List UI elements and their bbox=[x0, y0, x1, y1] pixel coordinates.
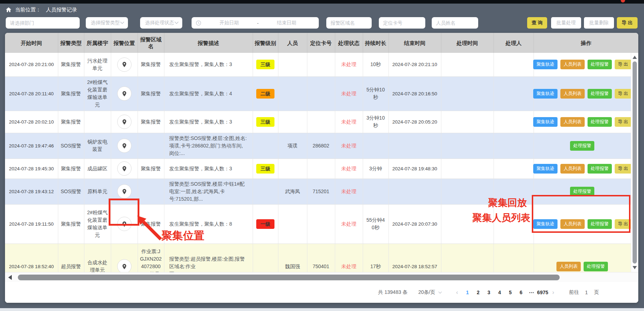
level-badge: 三级 bbox=[256, 60, 274, 69]
export-action-button[interactable]: 导 出 bbox=[615, 117, 631, 127]
cell-area-name: 聚集报警 bbox=[138, 159, 164, 179]
cell-area-name: 聚集报警 bbox=[138, 76, 164, 111]
start-date-input[interactable]: 开始日期 bbox=[201, 20, 257, 26]
page-button-4[interactable]: 4 bbox=[494, 290, 505, 295]
column-header-1: 报警类型 bbox=[58, 33, 84, 53]
cell-end-time bbox=[388, 133, 441, 159]
page-button-2[interactable]: 2 bbox=[473, 290, 484, 295]
alarm-type-placeholder: 选择报警类型 bbox=[91, 20, 120, 26]
table-row: 2024-07-28 19:45:30聚集报警成品罐区聚集报警发生聚集报警，聚集… bbox=[5, 159, 638, 179]
handle-action-button[interactable]: 处理报警 bbox=[588, 164, 612, 174]
cell-end-time: 2024-07-28 18:52:57 bbox=[388, 244, 441, 272]
cell-person bbox=[278, 111, 307, 133]
cell-actions: 聚集轨迹人员列表处理报警导 出 bbox=[534, 76, 638, 111]
location-icon-button[interactable] bbox=[117, 184, 132, 199]
goto-unit: 页 bbox=[594, 289, 599, 296]
alarm-type-select[interactable]: 选择报警类型 bbox=[86, 17, 128, 29]
location-icon-button[interactable] bbox=[117, 115, 132, 129]
column-header-2: 所属楼宇 bbox=[84, 33, 111, 53]
location-icon-button[interactable] bbox=[117, 259, 132, 272]
top-black-strip bbox=[0, 0, 644, 4]
handle-action-button[interactable]: 处理报警 bbox=[588, 60, 612, 69]
location-icon-button[interactable] bbox=[117, 139, 132, 153]
handle-status-placeholder: 选择处理状态 bbox=[145, 20, 174, 26]
location-pin-icon bbox=[122, 189, 127, 195]
person-list-action-button[interactable]: 人员列表 bbox=[560, 164, 585, 174]
cell-level: 二级 bbox=[253, 76, 278, 111]
column-header-10: 持续时长 bbox=[363, 33, 388, 53]
track-action-button[interactable]: 聚集轨迹 bbox=[533, 164, 558, 174]
cell-start-time: 2024-07-28 19:45:30 bbox=[5, 159, 58, 179]
table-row: 2024-07-28 20:02:10聚集报警聚集报警发生聚集报警，聚集人数：3… bbox=[5, 111, 638, 133]
annotation-label-replay: 聚集回放 bbox=[488, 196, 527, 209]
cell-location bbox=[111, 159, 138, 179]
batch-handle-button[interactable]: 批量处理 bbox=[551, 17, 581, 29]
cell-actions: 聚集轨迹人员列表处理报警导 出 bbox=[534, 159, 638, 179]
cell-area-name bbox=[138, 133, 164, 159]
page-button-1[interactable]: 1 bbox=[462, 290, 473, 295]
location-pin-icon bbox=[122, 166, 127, 172]
scroll-left-arrow-icon[interactable] bbox=[8, 275, 12, 280]
more-pages-button[interactable]: ••• bbox=[526, 290, 537, 295]
cell-card-no bbox=[307, 53, 335, 76]
location-pin-icon bbox=[122, 91, 127, 97]
cell-person: 项璞 bbox=[278, 133, 307, 159]
page-button-5[interactable]: 5 bbox=[505, 290, 516, 295]
batch-delete-button[interactable]: 批量删除 bbox=[584, 17, 614, 29]
column-header-12: 处理时间 bbox=[441, 33, 494, 53]
handle-action-button[interactable]: 处理报警 bbox=[588, 89, 612, 99]
cell-handle-status: 未处理 bbox=[335, 133, 363, 159]
handle-action-button[interactable]: 处理报警 bbox=[570, 141, 594, 151]
card-no-input[interactable] bbox=[379, 17, 425, 29]
page-button-3[interactable]: 3 bbox=[484, 290, 494, 295]
cell-duration: 17秒 bbox=[363, 244, 388, 272]
horizontal-scrollbar[interactable] bbox=[5, 272, 638, 282]
handle-action-button[interactable]: 处理报警 bbox=[584, 262, 608, 271]
page-button-6[interactable]: 6 bbox=[516, 290, 526, 295]
column-header-5: 报警描述 bbox=[164, 33, 253, 53]
track-action-button[interactable]: 聚集轨迹 bbox=[533, 60, 558, 69]
track-action-button[interactable]: 聚集轨迹 bbox=[533, 117, 558, 127]
export-action-button[interactable]: 导 出 bbox=[615, 89, 631, 99]
column-header-0: 开始时间 bbox=[5, 33, 58, 53]
location-pin-icon bbox=[122, 119, 127, 125]
horizontal-scrollbar-thumb[interactable] bbox=[18, 275, 560, 280]
location-icon-button[interactable] bbox=[117, 161, 132, 176]
cell-handle-time bbox=[441, 179, 494, 204]
vertical-scrollbar-thumb[interactable] bbox=[633, 61, 637, 264]
person-name-input[interactable] bbox=[432, 17, 478, 29]
cell-description: 发生聚集报警，聚集人数：3 bbox=[164, 111, 253, 133]
cell-actions: 聚集轨迹人员列表处理报警导 出 bbox=[534, 53, 638, 76]
query-button[interactable]: 查 询 bbox=[527, 17, 547, 29]
cell-level bbox=[253, 133, 278, 159]
department-input[interactable] bbox=[6, 17, 80, 29]
next-page-button[interactable]: › bbox=[548, 289, 558, 296]
cell-person: 魏国强 bbox=[278, 244, 307, 272]
date-range-picker[interactable]: 开始日期 - 结束日期 bbox=[192, 17, 319, 29]
scroll-up-arrow-icon[interactable] bbox=[633, 56, 637, 59]
scroll-down-arrow-icon[interactable] bbox=[633, 266, 637, 269]
person-list-action-button[interactable]: 人员列表 bbox=[560, 60, 585, 69]
chevron-down-icon bbox=[174, 21, 179, 24]
person-list-action-button[interactable]: 人员列表 bbox=[560, 117, 585, 127]
record-dot-icon bbox=[621, 0, 625, 2]
row-action-buttons: 聚集轨迹人员列表处理报警导 出 bbox=[536, 117, 629, 127]
person-list-action-button[interactable]: 人员列表 bbox=[560, 89, 585, 99]
vertical-scrollbar[interactable] bbox=[631, 53, 638, 272]
prev-page-button[interactable]: ‹ bbox=[452, 289, 462, 296]
person-list-action-button[interactable]: 人员列表 bbox=[556, 262, 581, 271]
last-page-button[interactable]: 6975 bbox=[537, 290, 548, 295]
goto-page-input[interactable]: 1 bbox=[583, 290, 590, 295]
location-icon-button[interactable] bbox=[117, 57, 132, 72]
cell-end-time: 2024-07-28 19:48:30 bbox=[388, 159, 441, 179]
export-action-button[interactable]: 导 出 bbox=[615, 60, 631, 69]
area-name-input[interactable] bbox=[326, 17, 372, 29]
export-action-button[interactable]: 导 出 bbox=[615, 164, 631, 174]
handle-status-select[interactable]: 选择处理状态 bbox=[140, 17, 182, 29]
page-size-select[interactable]: 20条/页 bbox=[418, 289, 442, 296]
location-icon-button[interactable] bbox=[117, 86, 132, 101]
handle-action-button[interactable]: 处理报警 bbox=[588, 117, 612, 127]
track-action-button[interactable]: 聚集轨迹 bbox=[533, 89, 558, 99]
export-button[interactable]: 导 出 bbox=[617, 17, 638, 29]
end-date-input[interactable]: 结束日期 bbox=[259, 20, 314, 26]
